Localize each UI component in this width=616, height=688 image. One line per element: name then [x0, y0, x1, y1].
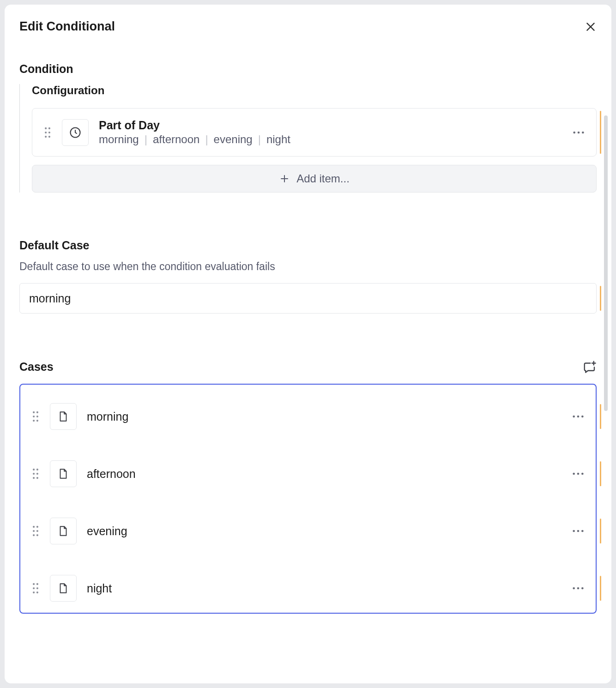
svg-point-37 [36, 530, 38, 532]
svg-point-46 [36, 587, 38, 589]
drag-handle-icon [43, 127, 52, 139]
drag-handle-icon [31, 582, 40, 594]
case-icon-box [50, 518, 77, 544]
scrollbar[interactable] [604, 115, 608, 411]
svg-point-10 [578, 131, 580, 133]
svg-point-36 [33, 530, 35, 532]
document-icon [57, 410, 69, 422]
case-icon-box [50, 403, 77, 430]
svg-point-48 [36, 591, 38, 593]
svg-point-25 [33, 469, 35, 471]
svg-point-3 [48, 127, 50, 129]
item-text-block: Part of Day morning| afternoon| evening|… [99, 119, 562, 146]
svg-point-31 [573, 473, 575, 475]
cases-header: Cases [19, 360, 597, 374]
svg-point-11 [582, 131, 584, 133]
case-more-button[interactable] [572, 586, 585, 591]
case-more-button[interactable] [572, 471, 585, 476]
svg-point-29 [33, 477, 35, 479]
svg-point-27 [33, 473, 35, 475]
more-horizontal-icon [572, 471, 585, 476]
document-icon [57, 582, 69, 594]
svg-point-16 [33, 411, 35, 413]
svg-point-49 [573, 587, 575, 590]
svg-point-22 [573, 416, 575, 418]
svg-point-6 [45, 136, 47, 138]
condition-item[interactable]: Part of Day morning| afternoon| evening|… [32, 108, 597, 157]
accent-bar [600, 404, 601, 429]
svg-point-5 [48, 131, 50, 133]
item-more-button[interactable] [572, 130, 585, 135]
more-horizontal-icon [572, 130, 585, 135]
accent-bar [600, 576, 601, 601]
svg-point-39 [36, 534, 38, 536]
svg-point-2 [45, 127, 47, 129]
case-more-button[interactable] [572, 529, 585, 533]
close-button[interactable] [585, 21, 597, 33]
svg-point-7 [48, 136, 50, 138]
drag-handle-icon [31, 468, 40, 480]
add-message-icon [583, 360, 597, 374]
drag-handle[interactable] [31, 410, 40, 422]
add-case-button[interactable] [583, 360, 597, 374]
drag-handle[interactable] [31, 582, 40, 594]
svg-point-51 [581, 587, 584, 590]
configuration-heading: Configuration [32, 84, 597, 97]
item-icon-box [62, 119, 89, 146]
more-horizontal-icon [572, 586, 585, 591]
item-title: Part of Day [99, 119, 562, 132]
item-option: afternoon [153, 133, 199, 146]
case-row[interactable]: evening [31, 509, 585, 553]
svg-point-38 [33, 534, 35, 536]
case-label: morning [87, 410, 562, 423]
cases-section-title: Cases [19, 360, 54, 374]
add-item-button[interactable]: Add item... [32, 165, 597, 193]
cases-section: Cases morning [19, 360, 597, 614]
cases-list: morning afternoon [19, 384, 597, 614]
svg-point-44 [36, 583, 38, 585]
svg-point-32 [577, 473, 580, 475]
svg-point-45 [33, 587, 35, 589]
panel-title: Edit Conditional [19, 19, 115, 34]
drag-handle[interactable] [43, 127, 52, 139]
condition-section: Condition Configuration Part of Day morn… [19, 62, 597, 193]
case-label: night [87, 582, 562, 595]
case-icon-box [50, 575, 77, 602]
case-more-button[interactable] [572, 414, 585, 419]
svg-point-19 [36, 416, 38, 417]
default-case-section: Default Case Default case to use when th… [19, 239, 597, 314]
default-case-input[interactable] [19, 283, 597, 314]
svg-point-34 [33, 526, 35, 528]
clock-icon [69, 126, 82, 139]
item-option: evening [214, 133, 253, 146]
accent-bar [600, 461, 601, 486]
more-horizontal-icon [572, 414, 585, 419]
edit-conditional-panel: Edit Conditional Condition Configuration… [5, 5, 611, 683]
configuration-block: Configuration Part of Day morning| after… [19, 84, 597, 193]
panel-header: Edit Conditional [19, 19, 597, 34]
svg-point-24 [581, 416, 584, 418]
svg-point-18 [33, 416, 35, 417]
accent-bar [600, 286, 601, 311]
item-option: night [266, 133, 290, 146]
case-row[interactable]: afternoon [31, 452, 585, 495]
case-row[interactable]: night [31, 567, 585, 610]
case-row[interactable]: morning [31, 395, 585, 438]
drag-handle-icon [31, 525, 40, 537]
svg-point-28 [36, 473, 38, 475]
case-label: afternoon [87, 467, 562, 481]
document-icon [57, 468, 69, 480]
close-icon [585, 21, 597, 33]
svg-point-17 [36, 411, 38, 413]
item-option-list: morning| afternoon| evening| night [99, 133, 562, 146]
svg-point-42 [581, 530, 584, 532]
plus-icon [279, 173, 290, 184]
svg-point-33 [581, 473, 584, 475]
svg-point-9 [573, 131, 575, 133]
svg-point-30 [36, 477, 38, 479]
condition-section-title: Condition [19, 62, 597, 76]
drag-handle[interactable] [31, 525, 40, 537]
drag-handle[interactable] [31, 468, 40, 480]
svg-point-35 [36, 526, 38, 528]
accent-bar [600, 519, 601, 543]
